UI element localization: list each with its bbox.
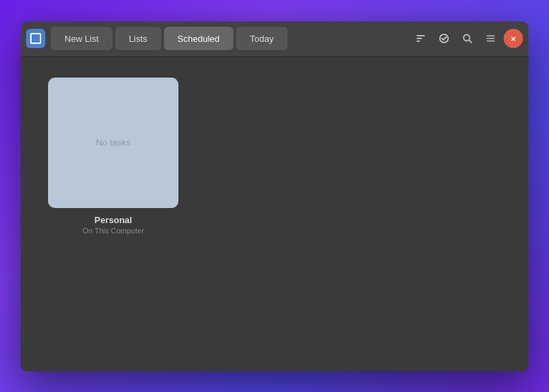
search-icon	[462, 33, 473, 44]
list-name: Personal	[95, 215, 132, 225]
menu-icon	[485, 33, 496, 44]
main-content: No tasks Personal On This Computer	[21, 57, 528, 371]
svg-rect-6	[487, 36, 495, 37]
list-subtitle: On This Computer	[82, 227, 144, 235]
tab-new-list[interactable]: New List	[51, 27, 113, 50]
svg-rect-1	[417, 38, 422, 39]
tab-lists[interactable]: Lists	[115, 27, 161, 50]
list-item[interactable]: No tasks Personal On This Computer	[48, 78, 178, 235]
app-icon-inner	[30, 33, 41, 44]
svg-rect-0	[417, 35, 425, 36]
svg-rect-7	[487, 38, 495, 39]
tab-today[interactable]: Today	[236, 27, 288, 50]
sort-button[interactable]	[410, 28, 431, 49]
menu-button[interactable]	[480, 28, 501, 49]
app-window: New List Lists Scheduled Today	[21, 21, 528, 371]
list-card: No tasks	[48, 78, 178, 208]
app-icon	[26, 29, 45, 48]
check-icon	[439, 33, 449, 44]
close-button[interactable]: ×	[504, 29, 523, 48]
tab-scheduled[interactable]: Scheduled	[164, 27, 233, 50]
svg-rect-2	[417, 41, 420, 42]
no-tasks-label: No tasks	[96, 137, 131, 148]
titlebar: New List Lists Scheduled Today	[21, 21, 528, 57]
svg-line-5	[469, 41, 472, 43]
list-grid: No tasks Personal On This Computer	[48, 78, 178, 235]
svg-rect-8	[487, 41, 495, 42]
check-button[interactable]	[434, 28, 454, 49]
search-button[interactable]	[457, 28, 478, 49]
sort-icon	[415, 33, 426, 44]
toolbar-buttons: ×	[410, 28, 523, 49]
